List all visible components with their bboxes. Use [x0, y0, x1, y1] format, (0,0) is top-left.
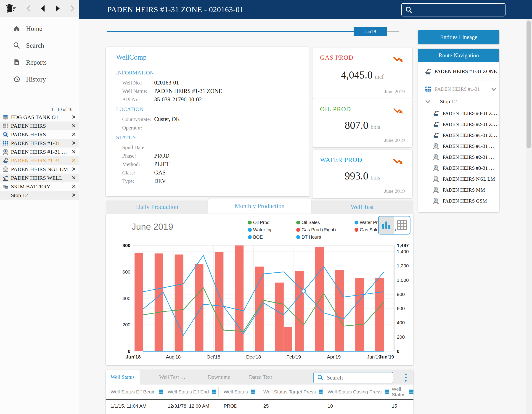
legend-item[interactable]: Oil Sales — [296, 220, 354, 225]
chevron-down-icon[interactable] — [491, 86, 497, 93]
entity-list-item[interactable]: FDG GAS TANK O1✕ — [0, 113, 79, 122]
column-menu-icon[interactable] — [409, 390, 413, 394]
tab-downtime[interactable]: Downtime — [203, 370, 235, 385]
legend-item[interactable]: Water Inj — [248, 227, 296, 233]
bar-chart-view-button[interactable] — [379, 216, 394, 234]
bottom-search-input[interactable] — [326, 374, 389, 381]
entity-list-item[interactable]: PADEN HEIRS WELL✕ — [0, 174, 79, 182]
close-icon[interactable]: ✕ — [72, 140, 76, 146]
route-child[interactable]: PADEN HEIRS #2-31 … — [433, 154, 494, 160]
page-last-icon[interactable] — [69, 5, 75, 12]
tab-well-test-[interactable]: Well Test … — [154, 370, 190, 385]
bar-gas-prod-right-[interactable] — [215, 252, 223, 351]
route-child[interactable]: PADEN HEIRS GSM — [433, 198, 487, 204]
table-options-kebab-icon[interactable] — [405, 374, 407, 382]
entities-lineage-button[interactable]: Entities Lineage — [418, 30, 499, 44]
bar-gas-prod-right-[interactable] — [275, 283, 284, 351]
route-child[interactable]: PADEN HEIRS #1-31 Z… — [433, 132, 497, 139]
entity-list-item[interactable]: PADEN HEIRS NGL LM✕ — [0, 165, 79, 174]
header-search-box[interactable] — [401, 3, 505, 17]
page-next-icon[interactable] — [55, 5, 61, 12]
pager-text: 1 - 10 of 10 — [51, 107, 72, 112]
table-cell: 25 — [263, 400, 269, 412]
entity-list-item[interactable]: PADEN HEIRS✕ — [0, 122, 79, 130]
entity-list-item[interactable]: PADEN HEIRS #1-31✕ — [0, 139, 79, 148]
gauge-flame-icon — [433, 165, 439, 171]
route-child[interactable]: PADEN HEIRS #3-31 Z… — [433, 110, 497, 117]
close-icon[interactable]: ✕ — [72, 157, 76, 164]
entity-list-item[interactable]: Stop 12✕ — [0, 191, 79, 200]
column-menu-icon[interactable] — [385, 390, 389, 394]
tab-well-status[interactable]: Well Status — [106, 370, 140, 385]
route-child[interactable]: PADEN HEIRS NGL LM — [433, 176, 495, 182]
tank-icon — [2, 114, 9, 120]
bar-gas-sales-right-[interactable] — [284, 327, 292, 351]
bar-gas-prod-right-[interactable] — [315, 247, 324, 351]
route-parent[interactable]: PADEN HEIRS #1-31 — [425, 86, 480, 93]
page-prev-icon[interactable] — [40, 5, 46, 12]
close-icon[interactable]: ✕ — [72, 131, 76, 138]
bottom-search-box[interactable] — [314, 372, 393, 383]
field-value: PLIFT — [154, 161, 170, 167]
timeline-current-chip[interactable]: Jun'19 — [354, 27, 387, 36]
bar-gas-prod-right-[interactable] — [335, 270, 344, 351]
column-menu-icon[interactable] — [251, 390, 255, 394]
scrollbar-thumb[interactable] — [526, 20, 531, 148]
column-header[interactable]: Well Status Eff End — [168, 385, 216, 399]
close-icon[interactable]: ✕ — [72, 192, 76, 198]
tab-daily-production[interactable]: Daily Production — [106, 200, 208, 214]
tab-well-test[interactable]: Well Test — [311, 200, 413, 214]
sidebar-menu-kebab-icon[interactable] — [7, 5, 9, 13]
bar-gas-prod-right-[interactable] — [175, 255, 183, 351]
tab-monthly-production[interactable]: Monthly Production — [208, 198, 311, 214]
header-search-input[interactable] — [416, 6, 499, 13]
entity-list-item[interactable]: PADEN HEIRS #1-31 ZO…✕ — [0, 156, 79, 165]
entity-list-item[interactable]: PADEN HEIRS #1-31 CH…✕ — [0, 148, 79, 156]
close-icon[interactable]: ✕ — [72, 183, 76, 190]
column-menu-icon[interactable] — [212, 390, 216, 394]
bar-gas-prod-right-[interactable] — [375, 278, 384, 351]
legend-item[interactable]: Gas Prod (Right) — [296, 227, 354, 233]
route-child[interactable]: PADEN HEIRS #3-31 … — [433, 165, 494, 171]
column-header[interactable]: Well Status Eff Begin — [111, 385, 163, 399]
route-stop[interactable]: Stop 12 — [425, 98, 457, 104]
table-view-button[interactable] — [394, 216, 410, 234]
close-icon[interactable]: ✕ — [72, 123, 76, 129]
route-child[interactable]: PADEN HEIRS MM — [433, 187, 485, 193]
chevron-down-icon[interactable] — [425, 99, 431, 104]
column-header[interactable]: Well Status Casing Press — [328, 385, 389, 399]
sidebar-item-search[interactable]: Search — [0, 37, 79, 54]
bar-gas-prod-right-[interactable] — [355, 278, 364, 351]
bar-gas-prod-right-[interactable] — [195, 264, 203, 351]
timeline-track[interactable] — [107, 31, 354, 32]
tab-dated-text[interactable]: Dated Text — [244, 370, 277, 385]
bar-gas-prod-right-[interactable] — [295, 271, 304, 351]
legend-item[interactable]: Oil Prod — [248, 220, 296, 225]
bar-gas-prod-right-[interactable] — [134, 253, 143, 351]
bar-gas-prod-right-[interactable] — [255, 266, 264, 351]
entity-list-item[interactable]: SKIM BATTERY✕ — [0, 182, 79, 191]
close-icon[interactable]: ✕ — [72, 149, 76, 155]
close-icon[interactable]: ✕ — [72, 114, 76, 120]
page-first-icon[interactable] — [26, 5, 31, 12]
svg-text:0: 0 — [397, 348, 399, 354]
sidebar-item-reports[interactable]: Reports — [0, 54, 79, 71]
route-child[interactable]: PADEN HEIRS #2-31 Z… — [433, 121, 497, 128]
column-header[interactable]: Well Status — [224, 385, 255, 399]
production-chart[interactable]: 020040060080002004006008001,0001,2001,40… — [106, 237, 413, 365]
entity-list-item[interactable]: PADEN HEIRS✕ — [0, 130, 79, 139]
table-row[interactable]: 1/1/15, 11:04 AM12/31/78, 12:00 AMPROD25… — [106, 400, 413, 412]
sidebar-item-home[interactable]: Home — [0, 20, 79, 37]
route-stop-label: Stop 12 — [440, 98, 457, 104]
close-icon[interactable]: ✕ — [72, 166, 76, 172]
bar-gas-prod-right-[interactable] — [155, 254, 163, 351]
route-root[interactable]: PADEN HEIRS #1-31 ZONE — [424, 68, 497, 75]
column-header[interactable]: Well Status — [392, 385, 413, 399]
column-menu-icon[interactable] — [159, 390, 163, 394]
column-header[interactable]: Well Status Target Press — [263, 385, 323, 399]
sidebar-item-history[interactable]: History — [0, 71, 79, 88]
close-icon[interactable]: ✕ — [72, 175, 76, 181]
bar-gas-prod-right-[interactable] — [235, 245, 244, 351]
sidebar-item-label: Reports — [26, 59, 47, 66]
route-child[interactable]: PADEN HEIRS #1-31 … — [433, 143, 494, 150]
